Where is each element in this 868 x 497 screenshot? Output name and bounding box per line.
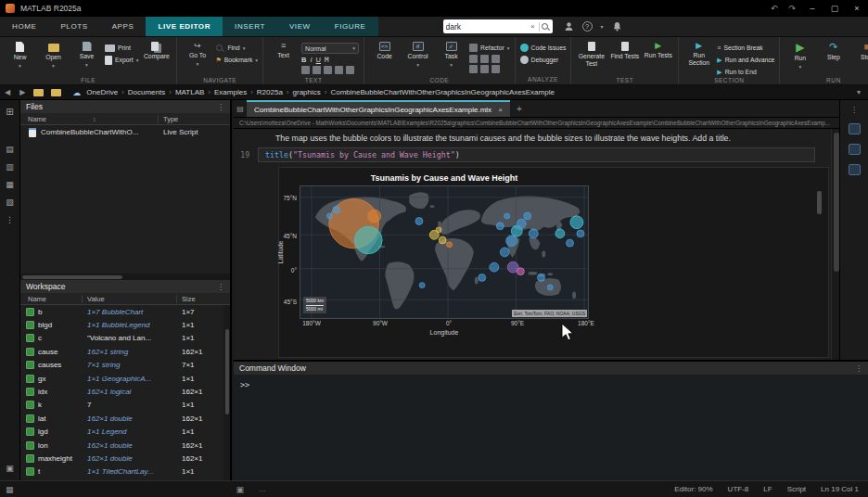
details-panel-icon[interactable]: [849, 144, 861, 155]
open-button[interactable]: Open▾: [38, 40, 69, 77]
breadcrumb-item[interactable]: OneDrive: [84, 88, 120, 96]
uncomment-icon[interactable]: [480, 55, 489, 63]
workspace-row[interactable]: maxheight162×1 double162×1: [20, 452, 230, 465]
search-box[interactable]: ×: [443, 19, 553, 33]
new-button[interactable]: New▾: [5, 40, 35, 77]
search-input[interactable]: [446, 22, 528, 32]
workspace-row[interactable]: c"Volcano and Lan...1×1: [20, 332, 230, 345]
search-icon[interactable]: [541, 22, 550, 32]
text-style-select[interactable]: Normal▾: [301, 43, 359, 54]
editor-vertical-scrollbar[interactable]: [831, 129, 839, 360]
clear-search-icon[interactable]: ×: [528, 22, 538, 31]
right-strip-menu-icon[interactable]: ⋮: [850, 106, 858, 114]
breadcrumb-item[interactable]: Documents: [126, 88, 167, 96]
monospace-button[interactable]: M: [325, 56, 329, 64]
section-break-button[interactable]: ≡Section Break: [717, 43, 774, 53]
print-button[interactable]: Print: [105, 43, 138, 53]
smart-indent-icon[interactable]: [469, 65, 478, 73]
editor-tab[interactable]: CombineBubbleChartWithOtherGraphicsInGeo…: [247, 100, 510, 117]
outline-panel-icon[interactable]: [849, 123, 861, 134]
more-panels-icon[interactable]: ⋮: [6, 215, 14, 224]
status-more-icon[interactable]: …: [259, 485, 266, 493]
stop-button[interactable]: ■Stop: [851, 40, 868, 77]
compare-button[interactable]: Compare: [141, 40, 172, 77]
workspace-row[interactable]: t1×1 TiledChartLay...1×1: [20, 465, 230, 478]
layout-icon[interactable]: ▦: [6, 485, 14, 494]
export-button[interactable]: Export▾: [105, 55, 138, 65]
tab-figure[interactable]: FIGURE: [323, 17, 378, 36]
help-icon[interactable]: ?: [582, 21, 593, 32]
align-left-icon[interactable]: [324, 66, 332, 74]
profile-icon[interactable]: [564, 21, 574, 32]
tab-view[interactable]: VIEW: [277, 17, 323, 36]
run-section-button[interactable]: ▶Run Section: [683, 40, 714, 77]
tab-apps[interactable]: APPS: [100, 17, 147, 36]
workspace-row[interactable]: causes7×1 string7×1: [20, 359, 230, 372]
workspace-vertical-scrollbar[interactable]: [223, 305, 230, 480]
close-tab-icon[interactable]: ×: [498, 106, 503, 114]
editor-status-icon[interactable]: ▣: [236, 485, 245, 494]
debugger-button[interactable]: Debugger: [520, 55, 567, 65]
workspace-row[interactable]: gx1×1 GeographicA...1×1: [20, 372, 230, 385]
step-button[interactable]: ↷Step: [818, 40, 849, 77]
properties-panel-icon[interactable]: ▦: [6, 180, 14, 189]
workspace-row[interactable]: cause162×1 string162×1: [20, 345, 230, 358]
files-column-name[interactable]: Name↕: [20, 115, 158, 123]
indent-right-icon[interactable]: [491, 65, 500, 73]
panels-menu-icon[interactable]: ⊞: [6, 107, 13, 117]
files-column-type[interactable]: Type: [158, 115, 230, 123]
forward-icon[interactable]: ▶: [15, 88, 30, 96]
run-and-advance-button[interactable]: ▶Run and Advance: [717, 55, 774, 65]
find-tests-button[interactable]: Find Tests: [609, 40, 640, 77]
scrollbar-thumb[interactable]: [225, 329, 229, 414]
tab-plots[interactable]: PLOTS: [48, 17, 99, 36]
tab-insert[interactable]: INSERT: [223, 17, 277, 36]
workspace-panel-icon[interactable]: ▥: [6, 162, 14, 172]
close-button[interactable]: ×: [846, 0, 868, 17]
notifications-bell-icon[interactable]: [612, 21, 622, 32]
comment-icon[interactable]: [469, 55, 478, 63]
workspace-row[interactable]: lat162×1 double162×1: [20, 412, 230, 425]
bulleted-list-icon[interactable]: [301, 66, 310, 74]
editor-zoom-level[interactable]: Editor: 90%: [674, 485, 712, 493]
minimize-button[interactable]: –: [801, 0, 823, 17]
run-tests-button[interactable]: ▶Run Tests: [643, 40, 673, 77]
workspace-row[interactable]: k71×1: [20, 399, 230, 412]
maximize-button[interactable]: ▢: [823, 0, 846, 17]
file-row[interactable]: CombineBubbleChartWithO...Live Script: [20, 125, 230, 139]
map-area[interactable]: Latitude Longitude 5000 km 5000 mi Esri,…: [300, 185, 589, 319]
back-icon[interactable]: ◀: [0, 88, 15, 96]
workspace-row[interactable]: lgd1×1 Legend1×1: [20, 426, 230, 439]
underline-button[interactable]: U: [316, 56, 321, 64]
workspace-row[interactable]: b1×7 BubbleChart1×7: [20, 305, 230, 318]
tab-live-editor[interactable]: LIVE EDITOR: [146, 17, 223, 36]
breadcrumb-item[interactable]: graphics: [291, 88, 323, 96]
control-button[interactable]: ifControl▾: [402, 40, 433, 77]
new-folder-icon[interactable]: [51, 89, 61, 96]
align-right-icon[interactable]: [346, 66, 354, 74]
workspace-column-size[interactable]: Size: [176, 295, 230, 303]
workspace-column-value[interactable]: Value: [82, 295, 176, 303]
scrollbar-thumb[interactable]: [834, 133, 839, 272]
bold-button[interactable]: B: [301, 56, 306, 64]
align-center-icon[interactable]: [335, 66, 343, 74]
breadcrumb-item[interactable]: R2025a: [255, 88, 285, 96]
workspace-row[interactable]: lon162×1 double162×1: [20, 439, 230, 452]
workspace-panel-menu-icon[interactable]: ⋮: [217, 283, 224, 291]
scrollbar-thumb[interactable]: [22, 275, 122, 279]
refactor-button[interactable]: Refactor▾: [469, 43, 509, 53]
run-button[interactable]: ▶Run▾: [785, 40, 815, 77]
italic-button[interactable]: I: [311, 56, 313, 64]
browse-folder-icon[interactable]: [33, 89, 44, 96]
undo-icon[interactable]: ↶: [765, 4, 784, 13]
go-to-button[interactable]: ↪Go To▾: [182, 40, 212, 77]
workspace-column-name[interactable]: Name: [20, 295, 82, 303]
new-tab-icon[interactable]: +: [510, 100, 529, 117]
indent-left-icon[interactable]: [480, 65, 489, 73]
code-line[interactable]: title("Tsunamis by Cause and Wave Height…: [258, 147, 815, 162]
comments-panel-icon[interactable]: [849, 164, 861, 175]
live-editor-text[interactable]: The map uses the bubble colors to illust…: [275, 134, 806, 143]
collapse-strip-icon[interactable]: ▣: [6, 464, 14, 473]
address-dropdown-icon[interactable]: ▾: [857, 88, 861, 96]
variables-panel-icon[interactable]: ▧: [6, 198, 14, 207]
